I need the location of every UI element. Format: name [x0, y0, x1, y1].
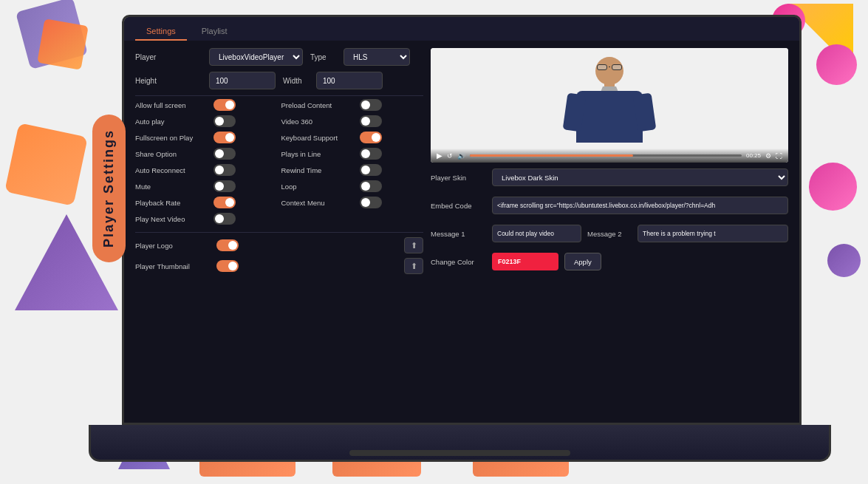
- video360-label: Video 360: [281, 117, 355, 126]
- progress-bar[interactable]: [470, 154, 742, 157]
- change-color-row: Change Color Apply: [431, 253, 788, 270]
- rewind-toggle[interactable]: [360, 164, 382, 176]
- player-skin-select[interactable]: Livebox Dark Skin: [492, 168, 788, 186]
- player-type-row: Player LiveboxVideoPlayer Type HLS: [135, 48, 423, 66]
- progress-fill: [470, 154, 633, 157]
- toggle-plays-inline-row: Plays in Line: [281, 148, 424, 160]
- player-logo-upload-btn[interactable]: ⬆: [404, 237, 423, 253]
- playback-toggle[interactable]: [213, 197, 236, 208]
- context-menu-toggle[interactable]: [360, 197, 382, 208]
- fullscreen-play-toggle[interactable]: [213, 132, 236, 143]
- height-input[interactable]: [209, 72, 276, 89]
- rewind-label: Rewind Time: [281, 166, 355, 174]
- player-select[interactable]: LiveboxVideoPlayer: [209, 48, 303, 66]
- laptop-base: [89, 425, 831, 462]
- apply-button[interactable]: Apply: [564, 253, 601, 270]
- embed-code-row: Embed Code: [431, 197, 788, 214]
- time-display: 00:25: [746, 152, 761, 159]
- toggle-keyboard-row: Keyboard Support: [281, 132, 424, 143]
- toggle-preload-content-row: Preload Content: [281, 99, 424, 111]
- toggle-rewind-row: Rewind Time: [281, 164, 424, 176]
- preload-content-label: Preload Content: [281, 101, 355, 109]
- keyboard-label: Keyboard Support: [281, 134, 355, 142]
- width-input[interactable]: [316, 72, 383, 89]
- player-label: Player: [135, 53, 202, 61]
- message2-input[interactable]: [638, 225, 788, 242]
- toggle-play-next-row: Play Next Video: [135, 213, 278, 225]
- share-toggle[interactable]: [213, 148, 236, 160]
- toggle-mute-row: Mute: [135, 180, 278, 192]
- plays-inline-label: Plays in Line: [281, 150, 355, 158]
- play-button[interactable]: ▶: [437, 151, 442, 160]
- allow-fullscreen-label: Allow full screen: [135, 101, 209, 109]
- height-width-row: Height Width: [135, 72, 423, 89]
- toggle-context-menu-row: Context Menu: [281, 197, 424, 208]
- laptop-screen: Settings Playlist Player LiveboxVideoPla…: [122, 15, 802, 425]
- fullscreen-play-label: Fullscreen on Play: [135, 134, 209, 142]
- autoreconnect-label: Auto Reconnect: [135, 166, 209, 174]
- player-skin-label: Player Skin: [431, 174, 486, 182]
- tabs-bar: Settings Playlist: [124, 17, 799, 41]
- player-logo-label: Player Logo: [135, 242, 209, 250]
- loop-label: Loop: [281, 183, 355, 191]
- messages-row: Message 1 Message 2: [431, 225, 788, 242]
- toggle-autoplay-row: Auto play: [135, 115, 278, 127]
- play-next-toggle[interactable]: [213, 213, 236, 225]
- autoreconnect-toggle[interactable]: [213, 164, 236, 176]
- video-controls-bar: ▶ ↺ 🔊 00:25 ⚙ ⛶: [431, 149, 788, 163]
- embed-code-input[interactable]: [492, 197, 788, 214]
- width-label: Width: [283, 77, 309, 85]
- change-color-label: Change Color: [431, 258, 486, 266]
- tab-settings[interactable]: Settings: [135, 23, 187, 41]
- autoplay-label: Auto play: [135, 117, 209, 126]
- toggle-video360-row: Video 360: [281, 115, 424, 127]
- toggle-playback-row: Playback Rate: [135, 197, 278, 208]
- tab-playlist[interactable]: Playlist: [191, 23, 239, 41]
- mute-toggle[interactable]: [213, 180, 236, 192]
- keyboard-toggle[interactable]: [360, 132, 382, 143]
- message1-input[interactable]: [492, 225, 581, 242]
- video-panel: ▶ ↺ 🔊 00:25 ⚙ ⛶ Player Skin: [431, 48, 788, 415]
- plays-inline-toggle[interactable]: [360, 148, 382, 160]
- toggle-autoreconnect-row: Auto Reconnect: [135, 164, 278, 176]
- player-logo-row: Player Logo ⬆: [135, 237, 423, 253]
- toggle-allow-fullscreen-row: Allow full screen: [135, 99, 278, 111]
- type-label: Type: [310, 53, 336, 61]
- autoplay-toggle[interactable]: [213, 115, 236, 127]
- mute-label: Mute: [135, 183, 209, 191]
- play-next-label: Play Next Video: [135, 215, 209, 223]
- height-label: Height: [135, 77, 202, 85]
- toggle-fullscreen-play-row: Fullscreen on Play: [135, 132, 278, 143]
- player-thumbnail-label: Player Thumbnail: [135, 262, 209, 270]
- message1-label: Message 1: [431, 230, 486, 238]
- playback-label: Playback Rate: [135, 199, 209, 207]
- color-value-input[interactable]: [492, 253, 558, 270]
- embed-code-label: Embed Code: [431, 202, 486, 210]
- share-label: Share Option: [135, 150, 209, 158]
- toggle-loop-row: Loop: [281, 180, 424, 192]
- message2-label: Message 2: [587, 230, 632, 238]
- player-thumbnail-upload-btn[interactable]: ⬆: [404, 258, 423, 274]
- video-preview: ▶ ↺ 🔊 00:25 ⚙ ⛶: [431, 48, 788, 163]
- rewind-button[interactable]: ↺: [447, 152, 453, 160]
- loop-toggle[interactable]: [360, 180, 382, 192]
- player-logo-toggle[interactable]: [216, 239, 239, 251]
- fullscreen-button[interactable]: ⛶: [776, 152, 782, 160]
- settings-panel: Player LiveboxVideoPlayer Type HLS Heigh…: [135, 48, 423, 415]
- player-skin-row: Player Skin Livebox Dark Skin: [431, 168, 788, 186]
- volume-button[interactable]: 🔊: [457, 152, 465, 160]
- context-menu-label: Context Menu: [281, 199, 355, 207]
- allow-fullscreen-toggle[interactable]: [213, 99, 236, 111]
- toggle-share-row: Share Option: [135, 148, 278, 160]
- settings-button[interactable]: ⚙: [765, 152, 771, 160]
- type-select[interactable]: HLS: [344, 48, 410, 66]
- player-thumbnail-row: Player Thumbnail ⬆: [135, 258, 423, 274]
- player-settings-sidebar-label: Player Settings: [92, 115, 126, 262]
- video360-toggle[interactable]: [360, 115, 382, 127]
- preload-content-toggle[interactable]: [360, 99, 382, 111]
- player-thumbnail-toggle[interactable]: [216, 260, 239, 272]
